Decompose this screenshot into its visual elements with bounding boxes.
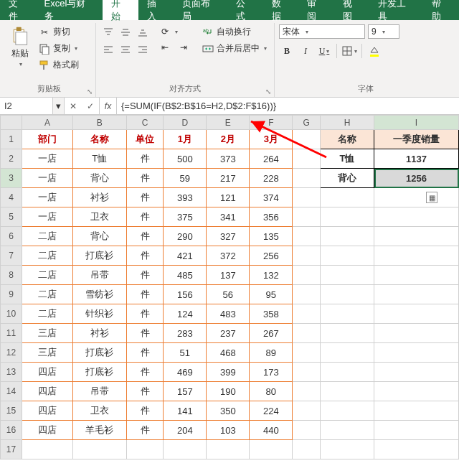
- cell-I7[interactable]: [374, 246, 459, 266]
- cell-C6[interactable]: 件: [126, 227, 163, 246]
- tab-review[interactable]: 审阅: [298, 0, 334, 20]
- cell-B4[interactable]: 衬衫: [72, 188, 126, 207]
- cell-G8[interactable]: [293, 266, 321, 285]
- cell-F8[interactable]: 132: [250, 266, 293, 285]
- row-header-11[interactable]: 11: [1, 324, 22, 343]
- cell-G5[interactable]: [293, 207, 321, 227]
- cell-B9[interactable]: 雪纺衫: [72, 285, 126, 304]
- cell-G17[interactable]: [293, 440, 321, 459]
- cell-F13[interactable]: 173: [250, 363, 293, 382]
- cell-B14[interactable]: 吊带: [72, 382, 126, 401]
- cell-H8[interactable]: [320, 266, 374, 285]
- cell-C11[interactable]: 件: [126, 324, 163, 343]
- row-header-9[interactable]: 9: [1, 285, 22, 304]
- tab-layout[interactable]: 页面布局: [174, 0, 227, 20]
- cell-B5[interactable]: 卫衣: [72, 207, 126, 227]
- paste-button[interactable]: 粘贴 ▾: [7, 24, 33, 69]
- alignment-dialog-launcher[interactable]: ⤡: [264, 87, 273, 95]
- cell-E12[interactable]: 468: [207, 343, 250, 363]
- cell-H3[interactable]: 背心: [320, 169, 374, 188]
- cell-A11[interactable]: 三店: [22, 324, 73, 343]
- formula-enter-button[interactable]: ✓: [82, 98, 99, 114]
- cell-I8[interactable]: [374, 266, 459, 285]
- cell-E17[interactable]: [207, 440, 250, 459]
- cell-F1[interactable]: 3月: [250, 130, 293, 149]
- cell-G13[interactable]: [293, 363, 321, 382]
- align-left-button[interactable]: [100, 42, 116, 57]
- cell-E4[interactable]: 121: [207, 188, 250, 207]
- cell-I12[interactable]: [374, 343, 459, 363]
- cell-D5[interactable]: 375: [164, 207, 207, 227]
- cell-E1[interactable]: 2月: [207, 130, 250, 149]
- tab-insert[interactable]: 插入: [138, 0, 174, 20]
- cell-F12[interactable]: 89: [250, 343, 293, 363]
- cell-C2[interactable]: 件: [126, 149, 163, 169]
- row-header-1[interactable]: 1: [1, 130, 22, 149]
- row-header-15[interactable]: 15: [1, 401, 22, 421]
- cell-F2[interactable]: 264: [250, 149, 293, 169]
- autofill-options-button[interactable]: ▦: [426, 192, 437, 203]
- cell-E14[interactable]: 190: [207, 382, 250, 401]
- cell-D3[interactable]: 59: [164, 169, 207, 188]
- cell-A16[interactable]: 四店: [22, 421, 73, 440]
- cell-D6[interactable]: 290: [164, 227, 207, 246]
- cell-D1[interactable]: 1月: [164, 130, 207, 149]
- cell-I14[interactable]: [374, 382, 459, 401]
- cell-G3[interactable]: [293, 169, 321, 188]
- cell-F5[interactable]: 356: [250, 207, 293, 227]
- cell-G1[interactable]: [293, 130, 321, 149]
- cell-I13[interactable]: [374, 363, 459, 382]
- font-name-select[interactable]: 宋体▾: [279, 24, 365, 39]
- cell-G4[interactable]: [293, 188, 321, 207]
- row-header-6[interactable]: 6: [1, 227, 22, 246]
- cell-H9[interactable]: [320, 285, 374, 304]
- cell-D2[interactable]: 500: [164, 149, 207, 169]
- row-header-17[interactable]: 17: [1, 440, 22, 459]
- row-header-8[interactable]: 8: [1, 266, 22, 285]
- cell-F3[interactable]: 228: [250, 169, 293, 188]
- row-header-13[interactable]: 13: [1, 363, 22, 382]
- cell-A14[interactable]: 四店: [22, 382, 73, 401]
- cell-E7[interactable]: 372: [207, 246, 250, 266]
- name-box[interactable]: I2 ▾: [0, 98, 65, 114]
- clipboard-dialog-launcher[interactable]: ⤡: [85, 87, 94, 95]
- wrap-text-button[interactable]: ab 自动换行: [199, 24, 270, 39]
- cell-E10[interactable]: 483: [207, 304, 250, 324]
- cell-H11[interactable]: [320, 324, 374, 343]
- col-header-E[interactable]: E: [207, 116, 250, 130]
- cell-D11[interactable]: 283: [164, 324, 207, 343]
- cell-F17[interactable]: [250, 440, 293, 459]
- italic-button[interactable]: I: [298, 43, 313, 59]
- cell-E15[interactable]: 350: [207, 401, 250, 421]
- align-middle-button[interactable]: [118, 24, 133, 40]
- cell-F6[interactable]: 135: [250, 227, 293, 246]
- cell-F4[interactable]: 374: [250, 188, 293, 207]
- cell-A2[interactable]: 一店: [22, 149, 73, 169]
- cell-C14[interactable]: 件: [126, 382, 163, 401]
- tab-help[interactable]: 帮助: [423, 0, 459, 20]
- formula-cancel-button[interactable]: ✕: [65, 98, 82, 114]
- font-size-select[interactable]: 9▾: [368, 24, 399, 39]
- row-header-14[interactable]: 14: [1, 382, 22, 401]
- cell-I5[interactable]: [374, 207, 459, 227]
- row-header-12[interactable]: 12: [1, 343, 22, 363]
- cell-B15[interactable]: 卫衣: [72, 401, 126, 421]
- cell-C3[interactable]: 件: [126, 169, 163, 188]
- cell-C17[interactable]: [126, 440, 163, 459]
- cell-A5[interactable]: 一店: [22, 207, 73, 227]
- tab-formulas[interactable]: 公式: [227, 0, 263, 20]
- borders-button[interactable]: ▾: [341, 43, 357, 59]
- cell-C10[interactable]: 件: [126, 304, 163, 324]
- cell-I4[interactable]: [374, 188, 459, 207]
- cell-H1[interactable]: 名称: [320, 130, 374, 149]
- col-header-I[interactable]: I: [374, 116, 459, 130]
- cell-A9[interactable]: 二店: [22, 285, 73, 304]
- cell-H17[interactable]: [320, 440, 374, 459]
- cell-H7[interactable]: [320, 246, 374, 266]
- cell-E13[interactable]: 399: [207, 363, 250, 382]
- cell-G14[interactable]: [293, 382, 321, 401]
- cell-A10[interactable]: 二店: [22, 304, 73, 324]
- cell-D14[interactable]: 157: [164, 382, 207, 401]
- row-header-4[interactable]: 4: [1, 188, 22, 207]
- cell-C15[interactable]: 件: [126, 401, 163, 421]
